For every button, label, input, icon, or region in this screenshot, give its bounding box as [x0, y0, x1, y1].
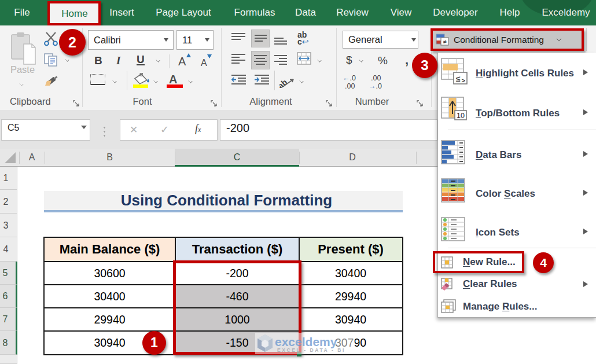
svg-text:≤: ≤ — [456, 74, 461, 83]
svg-text:10: 10 — [457, 112, 465, 120]
svg-text:>: > — [462, 77, 465, 84]
svg-text:ab: ab — [279, 78, 289, 88]
